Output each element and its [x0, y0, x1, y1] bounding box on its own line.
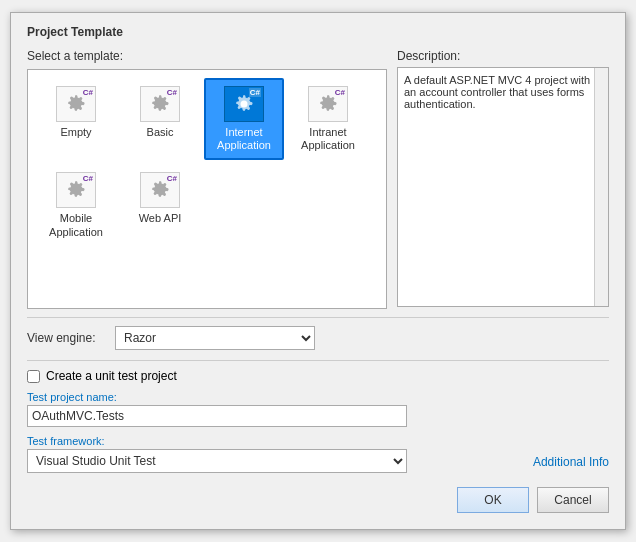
template-icon-mobile — [56, 172, 96, 208]
template-grid-box: Empty Basic — [27, 69, 387, 309]
template-grid: Empty Basic — [36, 78, 378, 247]
gear-icon-intranet — [316, 93, 340, 115]
separator-2 — [27, 360, 609, 361]
view-engine-label: View engine: — [27, 331, 107, 345]
unit-test-row: Create a unit test project — [27, 369, 609, 383]
template-item-label-webapi: Web API — [139, 212, 182, 225]
button-row: OK Cancel — [27, 487, 609, 513]
description-box: A default ASP.NET MVC 4 project with an … — [397, 67, 609, 307]
template-item-intranet-application[interactable]: Intranet Application — [288, 78, 368, 160]
template-item-label-mobile: Mobile Application — [42, 212, 110, 238]
gear-icon — [64, 93, 88, 115]
template-icon-intranet — [308, 86, 348, 122]
project-template-dialog: Project Template Select a template: — [10, 12, 626, 530]
gear-icon-internet — [232, 93, 256, 115]
unit-test-checkbox[interactable] — [27, 370, 40, 383]
template-item-label-internet: Internet Application — [210, 126, 278, 152]
test-project-label: Test project name: — [27, 391, 609, 403]
template-item-basic[interactable]: Basic — [120, 78, 200, 160]
description-text: A default ASP.NET MVC 4 project with an … — [404, 74, 590, 110]
template-icon-basic — [140, 86, 180, 122]
cancel-button[interactable]: Cancel — [537, 487, 609, 513]
dialog-title: Project Template — [27, 25, 609, 39]
test-framework-row: Test framework: Visual Studio Unit Test … — [27, 435, 609, 473]
gear-icon-basic — [148, 93, 172, 115]
view-engine-row: View engine: Razor ASPX — [27, 326, 609, 350]
additional-info-link[interactable]: Additional Info — [533, 455, 609, 469]
template-item-internet-application[interactable]: Internet Application — [204, 78, 284, 160]
test-project-input[interactable] — [27, 405, 407, 427]
template-item-label-empty: Empty — [60, 126, 91, 139]
template-icon-internet — [224, 86, 264, 122]
gear-icon-mobile — [64, 179, 88, 201]
description-label: Description: — [397, 49, 609, 63]
template-item-mobile-application[interactable]: Mobile Application — [36, 164, 116, 246]
test-framework-label: Test framework: — [27, 435, 525, 447]
template-item-empty[interactable]: Empty — [36, 78, 116, 160]
template-section-label: Select a template: — [27, 49, 387, 63]
template-item-label-intranet: Intranet Application — [294, 126, 362, 152]
template-icon-empty — [56, 86, 96, 122]
view-engine-select[interactable]: Razor ASPX — [115, 326, 315, 350]
ok-button[interactable]: OK — [457, 487, 529, 513]
gear-icon-webapi — [148, 179, 172, 201]
separator-1 — [27, 317, 609, 318]
test-project-name-row: Test project name: — [27, 391, 609, 427]
description-scrollbar[interactable] — [594, 68, 608, 306]
template-item-label-basic: Basic — [147, 126, 174, 139]
unit-test-label: Create a unit test project — [46, 369, 177, 383]
template-item-web-api[interactable]: Web API — [120, 164, 200, 246]
template-icon-webapi — [140, 172, 180, 208]
test-framework-select[interactable]: Visual Studio Unit Test NUnit — [27, 449, 407, 473]
